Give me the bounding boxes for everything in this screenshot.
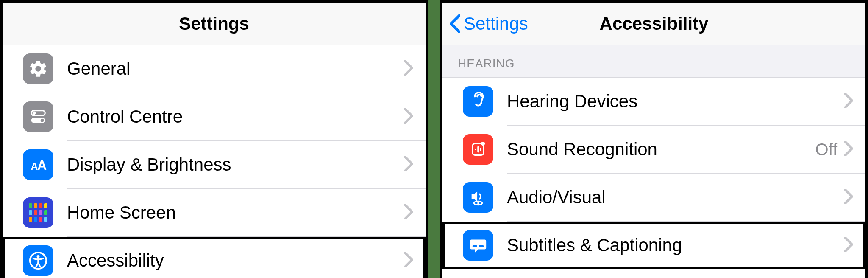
chevron-right-icon bbox=[844, 141, 854, 158]
toggles-icon bbox=[23, 101, 53, 132]
svg-point-7 bbox=[37, 255, 40, 258]
chevron-right-icon bbox=[404, 60, 414, 77]
ear-icon bbox=[463, 86, 493, 117]
nav-title: Settings bbox=[3, 14, 426, 34]
svg-point-11 bbox=[477, 202, 479, 204]
dual-screenshot-container: Settings General Control Centre bbox=[0, 0, 868, 278]
row-label: Accessibility bbox=[67, 250, 404, 271]
settings-list: General Control Centre AA bbox=[3, 45, 426, 278]
back-button[interactable]: Settings bbox=[442, 14, 528, 34]
svg-rect-13 bbox=[479, 245, 484, 247]
row-label: Subtitles & Captioning bbox=[507, 235, 844, 256]
chevron-right-icon bbox=[844, 237, 854, 254]
row-label: Audio/Visual bbox=[507, 187, 844, 208]
back-label: Settings bbox=[464, 14, 528, 34]
svg-text:A: A bbox=[37, 158, 47, 172]
svg-rect-12 bbox=[473, 245, 478, 247]
row-accessibility[interactable]: Accessibility bbox=[3, 237, 426, 278]
gear-icon bbox=[23, 53, 53, 84]
sound-recognition-icon bbox=[463, 134, 493, 165]
svg-point-9 bbox=[481, 142, 485, 146]
home-screen-icon bbox=[23, 197, 53, 228]
row-label: Sound Recognition bbox=[507, 139, 815, 160]
row-label: Control Centre bbox=[67, 107, 404, 127]
chevron-right-icon bbox=[404, 108, 414, 125]
chevron-right-icon bbox=[404, 252, 414, 269]
chevron-right-icon bbox=[404, 156, 414, 173]
svg-point-3 bbox=[41, 119, 44, 122]
nav-bar: Settings bbox=[3, 3, 426, 45]
row-label: Display & Brightness bbox=[67, 154, 404, 175]
row-control-centre[interactable]: Control Centre bbox=[3, 93, 426, 140]
text-size-icon: AA bbox=[23, 149, 53, 180]
chevron-right-icon bbox=[404, 204, 414, 221]
svg-text:A: A bbox=[31, 161, 38, 172]
accessibility-list: Hearing Devices Sound Recognition Off bbox=[442, 78, 865, 278]
row-detail: Off bbox=[815, 140, 837, 159]
nav-bar: Settings Accessibility bbox=[442, 3, 865, 45]
row-home-screen[interactable]: Home Screen bbox=[3, 189, 426, 236]
row-label: Hearing Devices bbox=[507, 91, 844, 112]
audio-visual-icon bbox=[463, 182, 493, 213]
chevron-left-icon bbox=[449, 14, 460, 33]
row-general[interactable]: General bbox=[3, 45, 426, 93]
chevron-right-icon bbox=[844, 93, 854, 110]
section-header-hearing: HEARING bbox=[442, 45, 865, 78]
chevron-right-icon bbox=[844, 189, 854, 206]
row-subtitles-captioning[interactable]: Subtitles & Captioning bbox=[442, 222, 865, 269]
row-label: Home Screen bbox=[67, 202, 404, 223]
svg-point-1 bbox=[33, 112, 36, 115]
row-display-brightness[interactable]: AA Display & Brightness bbox=[3, 141, 426, 188]
accessibility-icon bbox=[23, 245, 53, 276]
row-audio-visual[interactable]: Audio/Visual bbox=[442, 174, 865, 221]
row-label: General bbox=[67, 59, 404, 79]
row-sound-recognition[interactable]: Sound Recognition Off bbox=[442, 126, 865, 173]
accessibility-screen: Settings Accessibility HEARING Hearing D… bbox=[440, 0, 868, 278]
captions-icon bbox=[463, 230, 493, 261]
row-hearing-devices[interactable]: Hearing Devices bbox=[442, 78, 865, 125]
settings-root-screen: Settings General Control Centre bbox=[0, 0, 428, 278]
